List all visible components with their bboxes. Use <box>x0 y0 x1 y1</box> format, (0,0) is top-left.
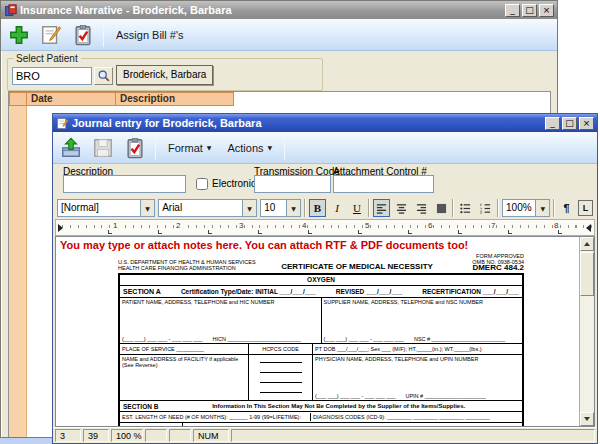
journal-entry-window: Journal entry for Broderick, Barbara _ □… <box>52 113 598 444</box>
select-patient-group: Select Patient Broderick, Barbara <box>7 58 323 91</box>
font-family-combo[interactable]: Arial ▼ <box>158 199 257 217</box>
left-indent-marker[interactable] <box>58 224 63 232</box>
document-edit-area[interactable]: You may type or attach notes here. You c… <box>55 236 595 427</box>
ruler-mark: 2 <box>175 221 181 230</box>
post-journal-button[interactable] <box>119 134 151 162</box>
scroll-down-button[interactable] <box>580 412 594 426</box>
tab-stop-marker[interactable] <box>108 230 112 234</box>
save-button[interactable] <box>87 134 119 162</box>
zoom-combo[interactable]: 100% ▼ <box>502 199 550 217</box>
justify-icon <box>436 203 447 214</box>
grid-header-description[interactable]: Description <box>115 92 234 106</box>
journal-titlebar[interactable]: Journal entry for Broderick, Barbara _ □… <box>53 114 597 132</box>
assign-bill-button[interactable]: Assign Bill #'s <box>108 21 192 49</box>
bold-button[interactable]: B <box>309 199 326 217</box>
scroll-up-button[interactable] <box>580 237 594 251</box>
actions-menu-label: Actions <box>227 142 263 154</box>
description-input[interactable] <box>63 175 186 193</box>
format-menu-button[interactable]: Format ▼ <box>160 134 219 162</box>
patient-search-input[interactable] <box>12 67 92 85</box>
font-size-value: 10 <box>261 200 286 216</box>
selected-patient-chip[interactable]: Broderick, Barbara <box>116 65 213 85</box>
tab-stop-marker[interactable] <box>458 230 462 234</box>
close-button[interactable]: × <box>539 4 554 17</box>
numbered-list-button[interactable] <box>477 199 494 217</box>
supplier-header: SUPPLIER NAME, ADDRESS, TELEPHONE and NS… <box>324 299 521 305</box>
minimize-button[interactable]: _ <box>505 4 520 17</box>
electronic-checkbox[interactable] <box>196 178 208 190</box>
tab-stop-marker[interactable] <box>508 230 512 234</box>
scroll-thumb[interactable] <box>580 252 594 296</box>
section-b-header: SECTION B Information In This Section Ma… <box>120 400 522 411</box>
hcpcs-blank-line <box>260 376 302 383</box>
align-left-icon <box>376 203 387 214</box>
journal-maximize-button[interactable]: □ <box>562 117 577 130</box>
ruler[interactable]: 1 2 3 4 5 6 7 8 <box>55 219 595 236</box>
attachment-control-input[interactable] <box>333 175 434 193</box>
toolbar-separator <box>155 136 156 160</box>
edit-narrative-button[interactable] <box>35 21 67 49</box>
align-right-icon <box>416 203 427 214</box>
align-right-button[interactable] <box>413 199 430 217</box>
insurance-titlebar[interactable]: Insurance Narrative - Broderick, Barbara… <box>1 1 557 19</box>
grid-selector-header[interactable] <box>9 92 27 106</box>
right-indent-marker[interactable] <box>586 224 591 232</box>
journal-close-button[interactable]: × <box>579 117 594 130</box>
numbered-list-icon <box>480 203 491 214</box>
import-arrow-icon <box>60 137 82 159</box>
format-separator <box>553 199 555 217</box>
align-center-button[interactable] <box>393 199 410 217</box>
tab-stop-marker[interactable] <box>308 230 312 234</box>
grid-selector-column <box>9 106 27 437</box>
chevron-down-icon: ▼ <box>291 205 296 212</box>
align-left-button[interactable] <box>373 199 390 217</box>
grid-header-date[interactable]: Date <box>26 92 116 106</box>
tab-stop-marker[interactable] <box>258 230 262 234</box>
bullet-list-button[interactable] <box>457 199 474 217</box>
combo-dropdown-button[interactable]: ▼ <box>242 200 256 216</box>
status-zoom-panel: 100 % <box>111 429 143 442</box>
close-icon: × <box>540 5 553 15</box>
insurance-toolbar: Assign Bill #'s <box>1 19 557 51</box>
length-of-need-row: EST. LENGTH OF NEED (# OF MONTHS): _____… <box>120 411 522 422</box>
patient-search-button[interactable] <box>94 67 113 85</box>
add-narrative-button[interactable] <box>3 21 35 49</box>
tab-stop-marker[interactable] <box>158 230 162 234</box>
combo-dropdown-button[interactable]: ▼ <box>535 200 549 216</box>
tab-stop-marker[interactable] <box>358 230 362 234</box>
italic-button[interactable]: I <box>329 199 346 217</box>
paragraph-style-combo[interactable]: [Normal] ▼ <box>57 199 155 217</box>
import-attach-button[interactable] <box>55 134 87 162</box>
font-family-value: Arial <box>159 200 242 216</box>
journal-minimize-button[interactable]: _ <box>545 117 560 130</box>
tab-stop-marker[interactable] <box>408 230 412 234</box>
transmission-code-input[interactable] <box>254 175 331 193</box>
combo-dropdown-button[interactable]: ▼ <box>286 200 300 216</box>
ruler-mark: 5 <box>364 221 370 230</box>
justify-button[interactable] <box>433 199 450 217</box>
certification-type-date: Certification Type/Date: INITIAL ___/___… <box>181 288 316 295</box>
tab-stop-marker[interactable] <box>208 230 212 234</box>
patient-phone-blank: (___ ___) ___ ___ - ___ ___ ___ <box>122 336 202 342</box>
facility-cell: NAME and ADDRESS of FACILITY if applicab… <box>120 355 248 400</box>
chevron-down-icon: ▼ <box>268 144 273 151</box>
font-size-combo[interactable]: 10 ▼ <box>260 199 301 217</box>
tab-stop-marker[interactable] <box>558 230 562 234</box>
combo-dropdown-button[interactable]: ▼ <box>140 200 154 216</box>
toolbar-separator <box>284 136 285 160</box>
format-toolbar: [Normal] ▼ Arial ▼ 10 ▼ B I U <box>53 197 597 219</box>
underline-button[interactable]: U <box>349 199 366 217</box>
vertical-scrollbar[interactable] <box>579 237 594 426</box>
post-narrative-button[interactable] <box>67 21 99 49</box>
form-number: DMERC 484.2 <box>444 265 524 271</box>
page-layout-button[interactable]: L <box>578 200 593 216</box>
status-empty-panel-1 <box>145 429 167 442</box>
format-separator <box>452 199 454 217</box>
search-icon <box>97 69 111 83</box>
actions-menu-button[interactable]: Actions ▼ <box>219 134 280 162</box>
show-paragraph-marks-button[interactable]: ¶ <box>558 199 575 217</box>
maximize-button[interactable]: □ <box>522 4 537 17</box>
form-agency-line2: HEALTH CARE FINANCING ADMINISTRATION <box>118 265 270 271</box>
hcpcs-header-cell: HCPCS CODE <box>248 344 312 354</box>
ruler-mark: 7 <box>490 221 496 230</box>
